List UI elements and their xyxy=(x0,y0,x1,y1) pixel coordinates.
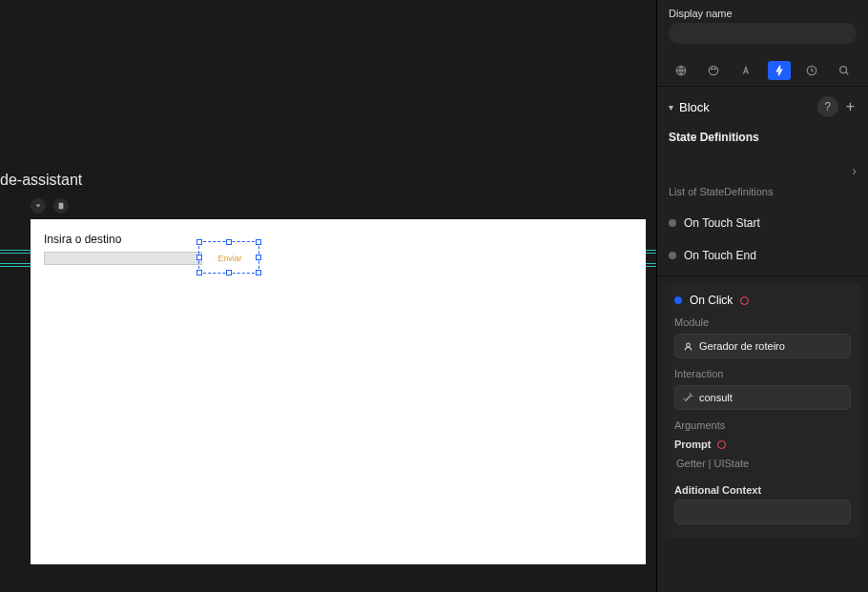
chevron-down-icon[interactable]: ▾ xyxy=(669,102,673,112)
event-on-touch-start[interactable]: On Touch Start xyxy=(657,207,868,239)
search-icon xyxy=(838,65,850,76)
clock-icon xyxy=(806,65,817,76)
state-definitions-section: State Definitions xyxy=(657,127,868,153)
block-title: Block xyxy=(679,100,812,114)
device-toggles xyxy=(31,198,69,214)
selected-button-element[interactable]: Enviar xyxy=(202,250,258,267)
svg-rect-0 xyxy=(59,203,64,209)
module-value: Gerador de roteiro xyxy=(699,340,785,352)
prompt-label: Prompt xyxy=(674,439,712,450)
interaction-value: consult xyxy=(699,392,733,403)
resize-handle-tl[interactable] xyxy=(196,239,202,245)
event-label: On Touch Start xyxy=(684,216,760,230)
tab-palette[interactable] xyxy=(702,61,725,80)
state-definitions-title: State Definitions xyxy=(669,131,857,144)
resize-handle-tr[interactable] xyxy=(256,239,261,245)
arguments-label: Arguments xyxy=(674,419,851,431)
resize-handle-mr[interactable] xyxy=(256,255,261,260)
resize-handle-ml[interactable] xyxy=(196,255,202,260)
prompt-row: Prompt xyxy=(674,439,851,450)
display-name-label: Display name xyxy=(669,8,857,19)
event-on-click-block: On Click Module Gerador de roteiro Inter… xyxy=(665,284,860,538)
artboard-text-input[interactable] xyxy=(44,252,202,265)
svg-point-7 xyxy=(687,343,691,347)
divider xyxy=(657,276,868,276)
additional-context-row: Aditional Context xyxy=(674,484,851,496)
module-label: Module xyxy=(674,316,851,328)
svg-point-2 xyxy=(710,66,718,74)
inspector-tabs xyxy=(657,55,868,87)
artboard-label: Insira o destino xyxy=(44,233,121,246)
canvas[interactable]: de-assistant Insira o destino Enviar xyxy=(0,0,656,592)
state-definitions-subtitle: List of StateDefinitions xyxy=(669,186,857,197)
wand-icon xyxy=(683,393,693,403)
artboard[interactable]: Insira o destino xyxy=(31,219,646,564)
additional-context-label: Aditional Context xyxy=(674,484,761,496)
tab-interactions[interactable] xyxy=(768,61,791,80)
svg-point-3 xyxy=(712,69,713,70)
help-button[interactable]: ? xyxy=(817,96,838,117)
required-indicator-icon xyxy=(740,296,749,305)
device-icon xyxy=(57,202,65,210)
palette-icon xyxy=(708,65,719,76)
display-name-input[interactable] xyxy=(669,23,857,44)
device-mobile-toggle[interactable] xyxy=(53,198,69,214)
add-button[interactable]: + xyxy=(844,98,857,115)
tab-text[interactable] xyxy=(734,61,757,80)
required-indicator-icon xyxy=(717,440,726,449)
chevron-right-icon: › xyxy=(852,163,857,178)
resize-handle-bm[interactable] xyxy=(226,270,232,276)
event-label: On Click xyxy=(690,294,733,307)
svg-point-6 xyxy=(840,67,847,73)
prompt-value[interactable]: Getter | UIState xyxy=(674,454,851,477)
tab-history[interactable] xyxy=(800,61,823,80)
resize-handle-tm[interactable] xyxy=(226,239,232,245)
text-icon xyxy=(740,65,752,76)
project-title: de-assistant xyxy=(0,172,82,189)
globe-icon xyxy=(675,65,687,76)
block-header: ▾ Block ? + xyxy=(657,87,868,127)
bolt-icon xyxy=(774,65,785,76)
resize-handle-br[interactable] xyxy=(256,270,261,276)
selected-button-label: Enviar xyxy=(217,254,242,263)
interaction-select[interactable]: consult xyxy=(674,385,851,410)
status-dot-active-icon xyxy=(674,296,682,304)
user-icon xyxy=(683,341,693,352)
tab-search[interactable] xyxy=(833,61,856,80)
module-select[interactable]: Gerador de roteiro xyxy=(674,334,851,358)
device-desktop-toggle[interactable] xyxy=(31,198,46,214)
tab-globe[interactable] xyxy=(670,61,692,80)
status-dot-icon xyxy=(669,219,676,227)
caret-icon xyxy=(34,202,42,210)
inspector-panel: Display name ▾ Block ? + State Definitio… xyxy=(656,0,868,592)
event-on-touch-end[interactable]: On Touch End xyxy=(657,239,868,272)
event-label: On Touch End xyxy=(684,249,756,262)
status-dot-icon xyxy=(669,252,676,259)
state-definitions-row[interactable]: › xyxy=(657,153,868,178)
svg-point-4 xyxy=(714,69,715,70)
additional-context-input[interactable] xyxy=(674,500,851,524)
resize-handle-bl[interactable] xyxy=(196,270,202,276)
interaction-label: Interaction xyxy=(674,368,851,379)
